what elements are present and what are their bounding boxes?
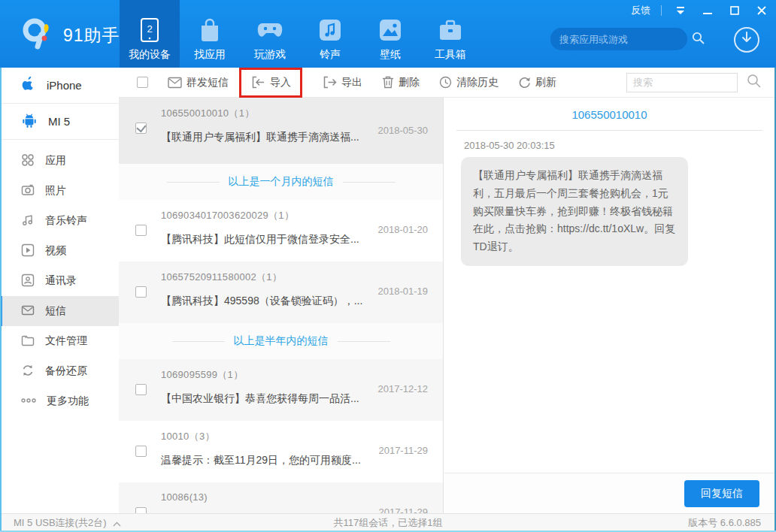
conversation-row[interactable]: 10010（3） 温馨提示：截至11月29日，您的可用额度... 2017-11… (119, 421, 443, 482)
header-search (550, 28, 687, 50)
feedback-link[interactable]: 反馈 (631, 4, 650, 17)
nav-toolbox[interactable]: 工具箱 (420, 0, 480, 68)
sidebar-item-photos[interactable]: 照片 (0, 176, 119, 206)
camera-icon (21, 183, 35, 199)
divider-label: 以上是半年内的短信 (234, 334, 329, 348)
toolbar-button-label: 刷新 (535, 76, 556, 89)
row-checkbox[interactable] (135, 286, 147, 298)
maximize-icon[interactable] (726, 2, 743, 19)
sidebar-item-label: 照片 (45, 184, 66, 198)
reply-sms-button[interactable]: 回复短信 (684, 480, 759, 507)
message-bubble: 【联通用户专属福利】联通携手滴滴送福利，五月最后一个周三套餐抢购机会，1元购买限… (461, 157, 688, 266)
sidebar-item-music[interactable]: 音乐铃声 (0, 206, 119, 236)
nav-my-device[interactable]: 2 我的设备 (120, 0, 180, 68)
row-checkbox[interactable] (135, 384, 147, 395)
conversation-number: 10010（3） (161, 430, 428, 443)
folder-icon (21, 334, 35, 349)
device-label: MI 5 (48, 115, 70, 128)
nav-label: 壁纸 (380, 48, 401, 62)
toolbar-button-label: 删除 (399, 76, 420, 89)
download-manager-button[interactable] (734, 27, 759, 53)
conversation-row[interactable]: 1069034017003620029（1） 【腾讯科技】此短信仅用于微信登录安… (119, 200, 443, 261)
nav-label: 铃声 (320, 48, 341, 62)
toolbar-button-label: 清除历史 (456, 76, 499, 89)
contacts-icon (21, 274, 35, 289)
sidebar-item-sms[interactable]: 短信 (0, 296, 119, 326)
conversation-number: 10657520911580002（1） (161, 271, 428, 284)
toolbar-search (626, 73, 761, 92)
sidebar-item-backup[interactable]: 备份还原 (0, 356, 119, 386)
conversation-row[interactable]: 10657520911580002（1） 【腾讯科技】495598（设备锁验证码… (119, 261, 443, 323)
conversation-number: 1069034017003620029（1） (161, 209, 428, 222)
conversation-row[interactable]: 1069095599（1） 【中国农业银行】恭喜您获得每周一品活... 2017… (119, 359, 443, 421)
clock-history-icon (439, 76, 452, 89)
export-button[interactable]: 导出 (322, 76, 362, 89)
version-label: 版本号 6.6.0.885 (688, 516, 761, 530)
clear-history-button[interactable]: 清除历史 (439, 76, 499, 89)
row-checkbox[interactable] (135, 122, 147, 134)
refresh-button[interactable]: 刷新 (518, 76, 556, 89)
search-icon[interactable] (692, 32, 705, 47)
app-title: 91助手 (63, 24, 120, 47)
sidebar-item-label: 通讯录 (45, 274, 77, 288)
export-arrow-icon (322, 76, 337, 89)
row-checkbox[interactable] (135, 446, 147, 457)
sms-toolbar: 群发短信 导入 导出 删除 清除历史 (119, 68, 774, 98)
row-checkbox[interactable] (135, 225, 147, 236)
logo-91-icon (21, 17, 56, 54)
skin-menu-icon[interactable] (672, 2, 689, 19)
sidebar-device-mi5[interactable]: MI 5 (0, 104, 119, 140)
sms-search-input[interactable] (626, 73, 738, 92)
conversation-date: 2018-05-30 (378, 125, 429, 136)
nav-ringtones[interactable]: 铃声 (300, 0, 360, 68)
minimize-icon[interactable] (699, 2, 716, 19)
refresh-icon (518, 76, 531, 89)
gamepad-icon (256, 17, 283, 44)
nav-wallpapers[interactable]: 壁纸 (360, 0, 420, 68)
nav-games[interactable]: 玩游戏 (240, 0, 300, 68)
envelope-icon (21, 304, 35, 319)
row-checkbox[interactable] (135, 507, 147, 513)
conversation-row[interactable]: 10086(13) 2017-11-29 (119, 482, 443, 513)
nav-find-apps[interactable]: 找应用 (180, 0, 240, 68)
sync-icon (21, 364, 35, 379)
sidebar-item-apps[interactable]: 应用 (0, 146, 119, 176)
sidebar-item-label: 视频 (45, 244, 66, 258)
conversation-date: 2017-11-29 (378, 506, 428, 513)
envelope-icon (168, 77, 182, 89)
more-dots-icon (21, 394, 36, 410)
conversation-date: 2018-01-19 (378, 286, 429, 297)
shopping-bag-icon (199, 17, 221, 44)
import-button[interactable]: 导入 (250, 76, 291, 89)
sidebar-item-more[interactable]: 更多功能 (0, 386, 119, 416)
sidebar-item-label: 短信 (45, 304, 66, 318)
conversation-number: 10086(13) (161, 491, 428, 503)
search-icon[interactable] (747, 74, 761, 91)
sidebar-feature-list: 应用 照片 音乐铃声 视频 (0, 140, 119, 416)
conversation-detail: 106550010010 2018-05-30 20:03:15 【联通用户专属… (444, 98, 774, 513)
window-border-left (0, 68, 2, 532)
status-bar: MI 5 USB连接(共2台) 共117组会话，已选择1组 版本号 6.6.0.… (0, 513, 776, 532)
import-arrow-icon (250, 76, 265, 89)
nav-label: 玩游戏 (254, 48, 286, 62)
select-all-checkbox[interactable] (137, 77, 148, 88)
bulk-sms-button[interactable]: 群发短信 (168, 76, 229, 89)
wallpaper-icon (379, 17, 402, 44)
toolbar-button-label: 导入 (270, 76, 291, 89)
conversation-title: 106550010010 (456, 98, 762, 131)
sidebar-item-label: 音乐铃声 (45, 214, 87, 228)
nav-label: 找应用 (194, 48, 226, 62)
sidebar-item-contacts[interactable]: 通讯录 (0, 266, 119, 296)
conversation-row[interactable]: 106550010010（1） 【联通用户专属福利】联通携手滴滴送福... 20… (119, 98, 443, 164)
sidebar-device-iphone[interactable]: iPhone (0, 68, 119, 104)
video-play-icon (21, 243, 35, 259)
music-notes-icon (21, 213, 35, 229)
close-icon[interactable] (753, 2, 770, 19)
conversation-list: 106550010010（1） 【联通用户专属福利】联通携手滴滴送福... 20… (119, 98, 444, 513)
sidebar-item-videos[interactable]: 视频 (0, 236, 119, 266)
delete-button[interactable]: 删除 (382, 76, 420, 89)
app-header: 反馈 91助手 (0, 0, 776, 68)
sidebar-item-files[interactable]: 文件管理 (0, 326, 119, 356)
header-search-input[interactable] (559, 34, 692, 45)
device-label: iPhone (47, 79, 82, 92)
